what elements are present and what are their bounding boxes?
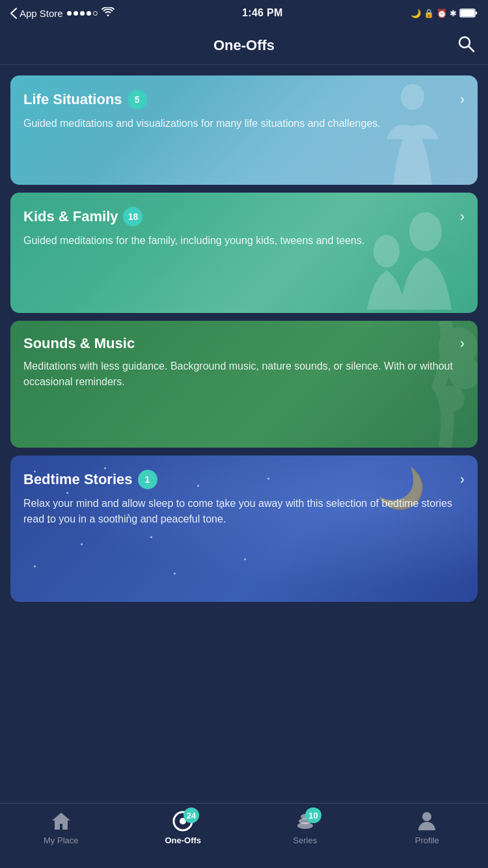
card-4-badge: 1 <box>138 470 157 489</box>
tab-series-label: Series <box>293 835 317 845</box>
card-4-title: Bedtime Stories <box>23 471 133 488</box>
card-2-title-row: Kids & Family 18 <box>23 207 142 226</box>
card-1-chevron: › <box>460 91 465 108</box>
tab-profile-icon <box>416 810 438 832</box>
battery-icon <box>459 8 478 18</box>
tab-one-offs-label: One-Offs <box>165 835 201 845</box>
card-4-header: Bedtime Stories 1 › <box>23 470 465 489</box>
signal-dot-2 <box>74 11 78 16</box>
card-1-header: Life Situations 5 › <box>23 90 465 109</box>
tab-series-badge: 10 <box>305 807 321 823</box>
tab-bar: My Place 24 One-Offs 10 Series <box>0 803 488 868</box>
signal-dot-4 <box>87 11 91 16</box>
card-kids-family[interactable]: Kids & Family 18 › Guided meditations fo… <box>10 193 478 313</box>
card-4-content: Bedtime Stories 1 › Relax your mind and … <box>10 455 478 539</box>
tab-one-offs-icon: 24 <box>172 810 194 832</box>
tab-my-place-label: My Place <box>44 835 78 845</box>
card-2-description: Guided meditations for the family, inclu… <box>23 233 465 249</box>
main-content: Life Situations 5 › Guided meditations a… <box>0 65 488 803</box>
signal-dot-1 <box>67 11 72 16</box>
card-2-header: Kids & Family 18 › <box>23 207 465 226</box>
page-title: One-Offs <box>213 37 275 54</box>
card-1-badge: 5 <box>128 90 147 109</box>
tab-my-place[interactable]: My Place <box>0 810 122 845</box>
card-sounds-music[interactable]: Sounds & Music › Meditations with less g… <box>10 321 478 448</box>
card-1-title-row: Life Situations 5 <box>23 90 147 109</box>
tab-series[interactable]: 10 Series <box>244 810 366 845</box>
status-left: App Store <box>10 7 115 19</box>
card-1-description: Guided meditations and visualizations fo… <box>23 116 465 131</box>
signal-dot-3 <box>80 11 85 16</box>
signal-dot-5 <box>93 11 98 16</box>
card-2-chevron: › <box>460 208 465 225</box>
card-2-title: Kids & Family <box>23 208 118 225</box>
svg-rect-1 <box>461 10 474 16</box>
tab-profile[interactable]: Profile <box>366 810 489 845</box>
card-2-content: Kids & Family 18 › Guided meditations fo… <box>10 193 478 260</box>
alarm-icon: ⏰ <box>437 8 447 18</box>
card-3-chevron: › <box>460 335 465 352</box>
svg-line-3 <box>468 46 474 51</box>
signal-dots <box>67 11 98 16</box>
tab-one-offs-badge: 24 <box>183 807 199 823</box>
tab-series-icon: 10 <box>294 810 316 832</box>
lock-icon: 🔒 <box>424 8 434 18</box>
search-button[interactable] <box>457 34 475 57</box>
card-4-chevron: › <box>460 471 465 488</box>
wifi-icon <box>102 7 115 19</box>
card-2-badge: 18 <box>123 207 142 226</box>
moon-icon: 🌙 <box>411 8 421 18</box>
page-header: One-Offs <box>0 26 488 65</box>
card-4-title-row: Bedtime Stories 1 <box>23 470 157 489</box>
bluetooth-icon: ✱ <box>450 8 457 18</box>
back-arrow[interactable]: App Store <box>10 8 63 19</box>
tab-my-place-icon <box>50 810 72 832</box>
card-bedtime-stories[interactable]: 🌙 Bedtime Stories 1 › Relax your mind an… <box>10 455 478 602</box>
card-4-description: Relax your mind and allow sleep to come … <box>23 496 465 527</box>
card-3-title-row: Sounds & Music <box>23 335 135 352</box>
status-bar: App Store 1:46 PM 🌙 🔒 ⏰ ✱ <box>0 0 488 26</box>
carrier-label: App Store <box>20 8 63 19</box>
status-right: 🌙 🔒 ⏰ ✱ <box>411 8 478 18</box>
card-3-description: Meditations with less guidance. Backgrou… <box>23 359 465 390</box>
status-time: 1:46 PM <box>242 7 283 19</box>
tab-profile-label: Profile <box>415 835 439 845</box>
card-1-title: Life Situations <box>23 91 122 108</box>
card-3-content: Sounds & Music › Meditations with less g… <box>10 321 478 401</box>
card-3-title: Sounds & Music <box>23 335 135 352</box>
card-life-situations[interactable]: Life Situations 5 › Guided meditations a… <box>10 75 478 185</box>
tab-one-offs[interactable]: 24 One-Offs <box>122 810 245 845</box>
card-1-content: Life Situations 5 › Guided meditations a… <box>10 75 478 143</box>
card-3-header: Sounds & Music › <box>23 335 465 352</box>
svg-point-15 <box>422 812 431 821</box>
